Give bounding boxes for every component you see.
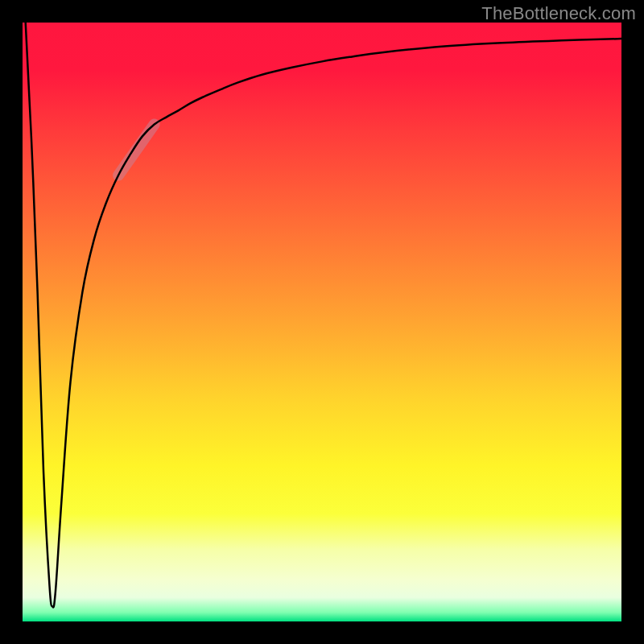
chart-stage: TheBottleneck.com xyxy=(0,0,644,644)
watermark-text: TheBottleneck.com xyxy=(481,3,636,24)
bottleneck-curve xyxy=(26,23,621,607)
highlight-band xyxy=(118,124,155,175)
chart-svg xyxy=(23,23,621,621)
